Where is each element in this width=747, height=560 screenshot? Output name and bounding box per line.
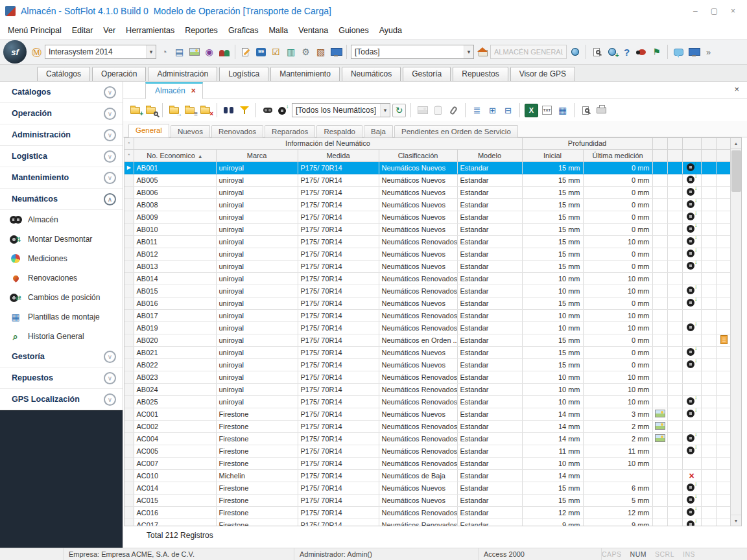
icon-cell[interactable] — [682, 260, 701, 272]
chevron-down-icon[interactable]: ∨ — [104, 351, 116, 363]
cell-modelo[interactable]: Estandar — [457, 223, 522, 235]
icon-cell[interactable] — [652, 297, 667, 309]
cell-inicial[interactable]: 10 mm — [522, 395, 583, 408]
cell-inicial[interactable]: 14 mm — [522, 432, 583, 445]
table-row[interactable]: AB008uniroyalP175/ 70R14Neumáticos Nuevo… — [124, 198, 731, 211]
desktop-icon[interactable] — [687, 45, 700, 59]
cell-medida[interactable]: P175/ 70R14 — [298, 198, 379, 211]
cell-inicial[interactable]: 10 mm — [522, 457, 583, 469]
table-row[interactable]: AB020uniroyalP175/ 70R14Neumáticos en Or… — [124, 334, 731, 346]
attach-icon[interactable] — [447, 104, 460, 117]
icon-cell[interactable] — [652, 395, 667, 408]
icon-cell[interactable] — [652, 346, 667, 358]
icon-cell[interactable] — [682, 321, 701, 334]
cell-no-economico[interactable]: AC010 — [134, 469, 216, 482]
cell-no-economico[interactable]: AB016 — [134, 297, 216, 309]
icon-cell[interactable] — [716, 494, 731, 506]
icon-cell[interactable] — [716, 174, 731, 186]
cell-ultima-medicion[interactable]: 5 mm — [583, 494, 652, 506]
icon-cell[interactable] — [701, 358, 716, 371]
row-selector[interactable] — [124, 371, 134, 383]
icon-cell[interactable] — [716, 161, 731, 174]
table-row[interactable]: AB021uniroyalP175/ 70R14Neumáticos Nuevo… — [124, 346, 731, 358]
cell-inicial[interactable]: 10 mm — [522, 321, 583, 334]
sidebar-item-renovaciones[interactable]: Renovaciones — [0, 268, 123, 288]
icon-cell[interactable] — [652, 408, 667, 420]
cell-modelo[interactable]: Estandar — [457, 260, 522, 272]
icon-cell[interactable] — [652, 272, 667, 285]
cell-marca[interactable]: uniroyal — [216, 211, 298, 223]
cell-clasificacion[interactable]: Neumáticos Nuevos — [379, 161, 457, 174]
table-row[interactable]: AB005uniroyalP175/ 70R14Neumáticos Nuevo… — [124, 174, 731, 186]
menu-malla[interactable]: Malla — [263, 23, 293, 38]
cell-modelo[interactable]: Estandar — [457, 469, 522, 482]
cell-medida[interactable]: P175/ 70R14 — [298, 321, 379, 334]
col-header-medida[interactable]: Medida — [298, 149, 379, 161]
icon-cell[interactable] — [652, 420, 667, 432]
icon-cell[interactable] — [716, 186, 731, 198]
cell-modelo[interactable]: Estandar — [457, 494, 522, 506]
document-tab-almacen[interactable]: Almacén × — [145, 82, 203, 99]
cell-ultima-medicion[interactable]: 0 mm — [583, 223, 652, 235]
icon-cell[interactable] — [652, 371, 667, 383]
cell-ultima-medicion[interactable]: 10 mm — [583, 309, 652, 321]
cell-clasificacion[interactable]: Neumáticos Nuevos — [379, 358, 457, 371]
icon-cell[interactable] — [701, 494, 716, 506]
cell-medida[interactable]: P175/ 70R14 — [298, 482, 379, 494]
icon-cell[interactable] — [716, 457, 731, 469]
subtab-baja[interactable]: Baja — [364, 125, 393, 137]
subtab-pendientes-en-orden-de-servicio[interactable]: Pendientes en Orden de Servicio — [394, 125, 518, 137]
sidebar-item-cambios-de-posicion[interactable]: ⇄Cambios de posición — [0, 288, 123, 307]
icon-cell[interactable] — [716, 223, 731, 235]
table-row[interactable]: AC004FirestoneP175/ 70R14Neumáticos Reno… — [124, 432, 731, 445]
cell-medida[interactable]: P175/ 70R14 — [298, 371, 379, 383]
chevron-up-icon[interactable]: ∧ — [104, 193, 116, 205]
cell-medida[interactable]: P175/ 70R14 — [298, 186, 379, 198]
table-row[interactable]: AC002FirestoneP175/ 70R14Neumáticos Reno… — [124, 420, 731, 432]
table-row[interactable]: AB013uniroyalP175/ 70R14Neumáticos Nuevo… — [124, 260, 731, 272]
cell-no-economico[interactable]: AB013 — [134, 260, 216, 272]
icon-cell[interactable] — [701, 198, 716, 211]
cell-ultima-medicion[interactable]: 10 mm — [583, 395, 652, 408]
cell-ultima-medicion[interactable]: 10 mm — [583, 457, 652, 469]
icon-cell[interactable] — [682, 519, 701, 526]
preview-icon[interactable] — [579, 104, 593, 117]
cell-inicial[interactable]: 15 mm — [522, 174, 583, 186]
row-selector[interactable] — [124, 494, 134, 506]
cell-ultima-medicion[interactable]: 3 mm — [583, 408, 652, 420]
icon-cell[interactable] — [716, 248, 731, 260]
icon-cell[interactable] — [667, 432, 682, 445]
cell-ultima-medicion[interactable]: 10 mm — [583, 272, 652, 285]
icon-cell[interactable] — [682, 334, 701, 346]
ribbon-tab-repuestos[interactable]: Repuestos — [453, 67, 508, 81]
icon-cell[interactable] — [667, 358, 682, 371]
row-selector[interactable] — [124, 321, 134, 334]
row-selector[interactable] — [124, 506, 134, 519]
cell-ultima-medicion[interactable]: 12 mm — [583, 506, 652, 519]
cell-inicial[interactable]: 12 mm — [522, 506, 583, 519]
table-row[interactable]: AB012uniroyalP175/ 70R14Neumáticos Nuevo… — [124, 248, 731, 260]
tree-items-icon[interactable]: ≣ — [470, 104, 484, 117]
icon-cell[interactable] — [682, 383, 701, 395]
cell-no-economico[interactable]: AB012 — [134, 248, 216, 260]
icon-cell[interactable] — [701, 457, 716, 469]
tree-collapse-icon[interactable]: ⊟ — [501, 104, 515, 117]
icon-cell[interactable] — [701, 383, 716, 395]
menu-guiones[interactable]: Guiones — [333, 23, 374, 38]
icon-cell[interactable] — [652, 211, 667, 223]
col-header-no-economico[interactable]: No. Economico▲ — [134, 149, 216, 161]
icon-cell[interactable] — [652, 358, 667, 371]
cell-inicial[interactable]: 11 mm — [522, 445, 583, 457]
icon-cell[interactable] — [716, 235, 731, 248]
icon-cell[interactable] — [701, 445, 716, 457]
table-row[interactable]: AC007FirestoneP175/ 70R14Neumáticos Reno… — [124, 457, 731, 469]
col-header-clasificacion[interactable]: Clasificación — [379, 149, 457, 161]
table-row[interactable]: AB023uniroyalP175/ 70R14Neumáticos Renov… — [124, 371, 731, 383]
icon-cell[interactable] — [667, 408, 682, 420]
cell-no-economico[interactable]: AB023 — [134, 371, 216, 383]
icon-cell[interactable] — [682, 457, 701, 469]
icon-cell[interactable] — [682, 506, 701, 519]
cell-ultima-medicion[interactable]: 0 mm — [583, 334, 652, 346]
icon-cell[interactable] — [701, 506, 716, 519]
cell-ultima-medicion[interactable]: 11 mm — [583, 445, 652, 457]
